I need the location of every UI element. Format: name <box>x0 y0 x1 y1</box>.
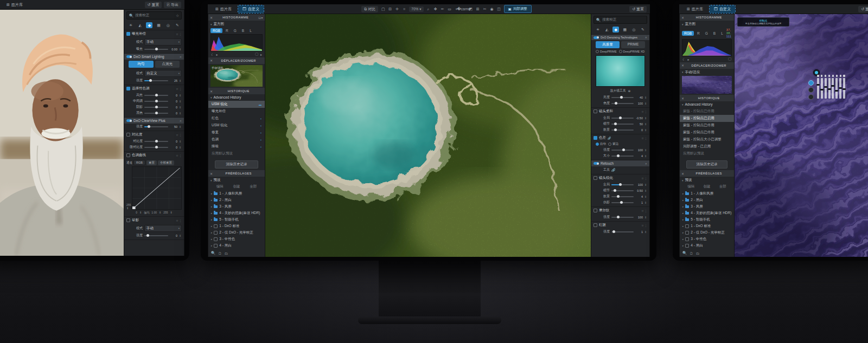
channel-button[interactable]: B <box>711 31 718 36</box>
clone-tool-icon[interactable]: ✂ <box>482 7 488 12</box>
preset-item[interactable]: ▸ 3 - 风景 <box>209 203 264 210</box>
pan-tool-icon[interactable]: ✛ <box>394 7 400 12</box>
preset-tab[interactable]: 全部 <box>250 184 257 189</box>
channel-button[interactable]: R <box>224 28 231 33</box>
mode-dropdown[interactable]: 手动▾ <box>144 225 182 232</box>
triangle-icon[interactable]: ▸ <box>216 53 218 56</box>
history-item[interactable]: 红色▪ <box>208 115 265 122</box>
channel-button[interactable]: RGB <box>210 28 222 33</box>
search-preset-icon[interactable]: 🔍 <box>682 251 687 255</box>
clear-history-button[interactable]: 清除历史记录 <box>686 160 727 169</box>
slider-row[interactable]: 强度100⇕ <box>591 147 649 153</box>
reset-button[interactable]: ↺ 重置 <box>145 2 162 8</box>
slider-row[interactable]: 强度25⇕ <box>124 77 184 83</box>
preset-item[interactable]: ▸ 4 - 美妙的想象(单张 HDR) <box>209 210 264 216</box>
preset-item[interactable]: ▸ 3 - 中性色 <box>681 236 733 242</box>
gradient-tool-icon[interactable]: ◩ <box>468 7 474 12</box>
slider-row[interactable]: 强度100⇕ <box>591 214 649 220</box>
single-view-icon[interactable]: ▢ <box>380 7 386 12</box>
tool-icon[interactable]: �came <box>461 7 467 12</box>
watermark-tab-icon[interactable]: ✎ <box>640 27 646 33</box>
slider-row[interactable]: 高光0⇕ <box>124 92 184 98</box>
color-tab-icon[interactable]: ◭ <box>604 27 610 33</box>
history-item[interactable]: 降噪▪ <box>208 143 265 150</box>
preset-tab[interactable]: 创建 <box>703 184 710 189</box>
mode-dropdown[interactable]: 自定义▾ <box>144 70 182 77</box>
right-photo-canvas[interactable]: 控制点 单击并拖动以调整所选控制点的设置 <box>735 14 868 257</box>
mask-tool-icon[interactable]: ⊞ <box>475 7 481 12</box>
search-corrections[interactable]: 🔍 搜索校正 ☆ <box>126 11 182 20</box>
history-item[interactable]: 蒙版 - 控制点已停用 <box>680 122 734 129</box>
monitor-icon[interactable]: 🖵 <box>728 57 731 61</box>
preset-folder-icon[interactable]: 🗀 <box>225 251 228 255</box>
channel-button[interactable]: R <box>695 31 702 36</box>
navigator-thumbnail[interactable] <box>682 76 732 94</box>
history-item[interactable]: 蒙版 - 控制点已停用 <box>680 129 734 136</box>
star-icon[interactable]: ☆ <box>176 14 179 18</box>
channel-button[interactable]: G <box>703 31 710 36</box>
compare-button[interactable]: ⧉ 对比 <box>361 6 378 12</box>
compare-split-icon[interactable]: ◫ <box>496 7 502 12</box>
history-item[interactable]: 蒙版 - 控制点已停用 <box>680 108 734 115</box>
equalizer-slider[interactable] <box>839 78 841 99</box>
reset-button[interactable]: ↺ 重置 <box>629 6 647 12</box>
preset-tab[interactable]: 创建 <box>233 184 240 189</box>
slider-row[interactable]: 全局-0.50⇕ <box>591 115 649 121</box>
tab-customize[interactable]: 🗔 自定义 <box>238 5 264 13</box>
close-icon[interactable]: ✕ <box>210 89 213 93</box>
geometry-tab-icon[interactable]: ▦ <box>622 27 628 33</box>
slider-row[interactable]: 大小4⇕ <box>591 153 649 159</box>
denoise-magnifier-preview[interactable] <box>596 55 645 87</box>
preset-item[interactable]: ▸ 5 - 智能手机 <box>681 216 733 223</box>
hq-denoise-button[interactable]: 高质量 <box>596 41 620 48</box>
channel-button[interactable]: L <box>719 31 725 36</box>
close-icon[interactable]: ✕ <box>681 63 684 67</box>
control-point-add-button[interactable] <box>808 80 814 86</box>
slider-row[interactable]: 散景4⇕ <box>591 193 649 199</box>
deepprime-option[interactable]: DeepPRIME <box>596 50 617 53</box>
preset-item[interactable]: ▸ 2 - 仅 DxO - 光学校正 <box>209 229 264 236</box>
fringe-option[interactable]: 紫边 <box>608 142 618 146</box>
new-preset-icon[interactable]: 🗋 <box>218 251 222 255</box>
slider-row[interactable]: 微对比度0⇕ <box>124 144 184 150</box>
light-tab-icon[interactable]: ☀ <box>595 27 601 33</box>
local-tab-icon[interactable]: ◎ <box>165 22 171 28</box>
move-tool-icon[interactable]: ✥ <box>433 7 438 12</box>
preset-item[interactable]: ▸ 2 - 黑白 <box>681 197 733 203</box>
channel-button[interactable]: B <box>240 28 246 33</box>
preset-tab[interactable]: 编辑 <box>687 184 694 189</box>
new-preset-icon[interactable]: 🗋 <box>690 251 693 255</box>
module-toggle[interactable] <box>126 55 132 58</box>
reset-button[interactable]: ↺ 重置 <box>858 6 868 12</box>
spot-mode-button[interactable]: 点测光 <box>155 61 180 68</box>
preset-item[interactable]: ▸ 1 - DxO 标准 <box>681 223 733 229</box>
history-item[interactable]: 曝光补偿 <box>208 108 265 115</box>
preset-tab[interactable]: 全部 <box>719 184 726 189</box>
preset-item[interactable]: ▸ 1 - 人像和风景 <box>209 190 264 197</box>
preset-item[interactable]: ▸ 3 - 风景 <box>681 203 733 210</box>
left-photo-canvas[interactable] <box>0 10 124 256</box>
curve-reset-button[interactable]: 重置 <box>146 160 157 165</box>
slider-row[interactable]: 散景0⇕ <box>591 127 649 133</box>
geometry-tab-icon[interactable]: ▦ <box>156 22 162 28</box>
slider-row[interactable]: 色度100⇕ <box>591 100 649 106</box>
zoom-tool-icon[interactable]: ⌕ <box>426 7 431 12</box>
control-point-options-button[interactable] <box>808 94 814 100</box>
retouch-tool-icon[interactable]: 🔗 <box>611 168 616 172</box>
center-photo-canvas[interactable] <box>265 14 591 257</box>
preset-item[interactable]: ▸ 4 - 黑白 <box>209 242 264 249</box>
history-item[interactable]: 蒙版 - 控制点大小已调整 <box>680 136 734 143</box>
search-preset-icon[interactable]: 🔍 <box>211 251 215 255</box>
preset-tab[interactable]: 编辑 <box>216 184 224 189</box>
watermark-tab-icon[interactable]: ✎ <box>174 22 181 28</box>
deepprime-xd-option[interactable]: DeepPRIME XD <box>619 50 645 53</box>
slider-row[interactable]: 强度1⇕ <box>591 229 649 235</box>
slider-row[interactable]: 亮度40⇕ <box>591 94 649 100</box>
history-item[interactable]: USM 锐化▪ <box>208 122 265 129</box>
color-tab-icon[interactable]: ◭ <box>137 22 143 28</box>
preset-item[interactable]: ▸ 5 - 智能手机 <box>209 216 264 223</box>
equalizer-slider[interactable] <box>817 78 819 99</box>
local-adjust-button[interactable]: ▣ 局部调整 <box>504 5 532 13</box>
history-item[interactable]: 色调▪ <box>208 136 265 143</box>
local-tab-icon[interactable]: ◎ <box>630 27 637 33</box>
